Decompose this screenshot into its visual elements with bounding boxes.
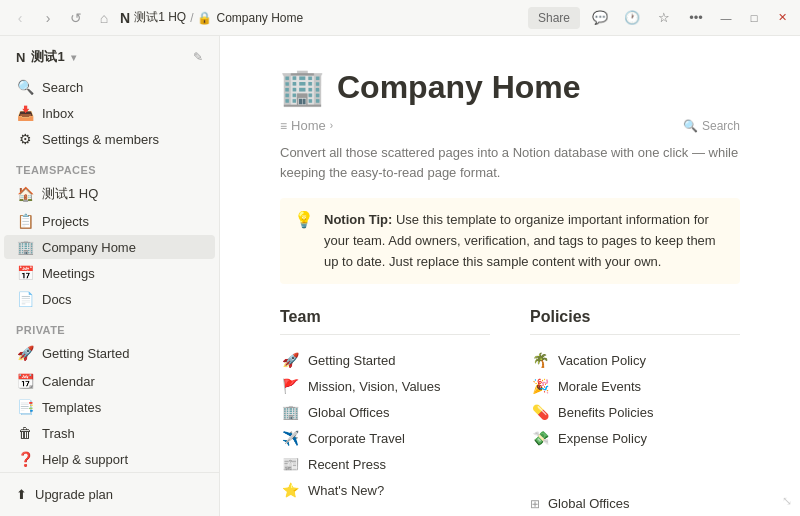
team-item-whats-new[interactable]: ⭐ What's New? [280, 477, 490, 503]
global-offices-emoji: 🏢 [280, 404, 300, 420]
benefits-emoji: 💊 [530, 404, 550, 420]
teamspaces-section-label: Teamspaces [0, 152, 219, 180]
nav-back-button[interactable]: ‹ [8, 6, 32, 30]
sidebar-item-help-label: Help & support [42, 452, 128, 467]
morale-emoji: 🎉 [530, 378, 550, 394]
sidebar-item-company-home[interactable]: 🏢 Company Home [4, 235, 215, 259]
breadcrumb-caret: › [330, 120, 333, 131]
upgrade-plan-button[interactable]: ⬆ Upgrade plan [8, 481, 211, 508]
titlebar-left: ‹ › ↺ ⌂ N 测试1 HQ / 🔒 Company Home [8, 6, 528, 30]
meetings-icon: 📅 [16, 265, 34, 281]
sidebar-item-docs[interactable]: 📄 Docs [4, 287, 215, 311]
page-title-row: 🏢 Company Home [280, 66, 740, 108]
breadcrumb-sep: / [190, 11, 193, 25]
sidebar-item-inbox[interactable]: 📥 Inbox [4, 101, 215, 125]
main-content: 🏢 Company Home ≡ Home › 🔍 Search Convert… [220, 36, 800, 516]
team-item-global-offices[interactable]: 🏢 Global Offices [280, 399, 490, 425]
page-breadcrumb-bar: ≡ Home › 🔍 Search [280, 116, 740, 135]
team-item-corporate-travel[interactable]: ✈️ Corporate Travel [280, 425, 490, 451]
workspace-icon: N [16, 50, 25, 65]
nav-reload-button[interactable]: ↺ [64, 6, 88, 30]
history-icon[interactable]: 🕐 [620, 6, 644, 30]
nav-forward-button[interactable]: › [36, 6, 60, 30]
minimize-button[interactable]: — [716, 8, 736, 28]
whats-new-link: What's New? [308, 483, 384, 498]
sidebar-item-workspace[interactable]: 🏠 测试1 HQ [4, 181, 215, 207]
policies-section-title: Policies [530, 308, 740, 335]
global-offices-bottom-label: Global Offices [548, 496, 629, 511]
trash-icon: 🗑 [16, 425, 34, 441]
sidebar-item-trash[interactable]: 🗑 Trash [4, 421, 215, 445]
breadcrumb: N 测试1 HQ / 🔒 Company Home [120, 9, 303, 26]
getting-started-link: Getting Started [308, 353, 395, 368]
sidebar-item-settings[interactable]: ⚙ Settings & members [4, 127, 215, 151]
sidebar-item-templates[interactable]: 📑 Templates [4, 395, 215, 419]
help-icon: ❓ [16, 451, 34, 467]
resize-handle[interactable]: ⤡ [782, 494, 792, 508]
sidebar-item-inbox-label: Inbox [42, 106, 74, 121]
sidebar-item-help[interactable]: ❓ Help & support [4, 447, 215, 471]
workspace-chevron-icon: ▾ [71, 52, 76, 63]
sidebar-item-search-label: Search [42, 80, 83, 95]
more-button[interactable]: ••• [684, 6, 708, 30]
sidebar-item-workspace-label: 测试1 HQ [42, 185, 98, 203]
workspace-name: N 测试1 ▾ [16, 48, 76, 66]
close-button[interactable]: ✕ [772, 8, 792, 28]
team-item-getting-started[interactable]: 🚀 Getting Started [280, 347, 490, 373]
sidebar-item-search[interactable]: 🔍 Search [4, 75, 215, 99]
sidebar-item-projects[interactable]: 📋 Projects [4, 209, 215, 233]
policies-column: Policies 🌴 Vacation Policy 🎉 Morale Even… [530, 308, 740, 516]
team-item-recent-press[interactable]: 📰 Recent Press [280, 451, 490, 477]
calendar-icon: 📆 [16, 373, 34, 389]
team-column: Team 🚀 Getting Started 🚩 Mission, Vision… [280, 308, 490, 516]
policies-item-expense[interactable]: 💸 Expense Policy [530, 425, 740, 451]
vacation-link: Vacation Policy [558, 353, 646, 368]
tip-bold-label: Notion Tip: [324, 212, 392, 227]
global-offices-bottom[interactable]: ⊞ Global Offices [530, 491, 740, 516]
expense-emoji: 💸 [530, 430, 550, 446]
policies-item-morale[interactable]: 🎉 Morale Events [530, 373, 740, 399]
titlebar-right: Share 💬 🕐 ☆ ••• — □ ✕ [528, 6, 792, 30]
team-section-title: Team [280, 308, 490, 335]
sidebar-item-meetings-label: Meetings [42, 266, 95, 281]
whats-new-emoji: ⭐ [280, 482, 300, 498]
sidebar: N 测试1 ▾ ✎ 🔍 Search 📥 Inbox ⚙ Settings & … [0, 36, 220, 516]
new-page-icon[interactable]: ✎ [193, 50, 203, 64]
corporate-travel-emoji: ✈️ [280, 430, 300, 446]
page-title: Company Home [337, 69, 581, 106]
nav-home-button[interactable]: ⌂ [92, 6, 116, 30]
private-section-label: Private [0, 312, 219, 340]
corporate-travel-link: Corporate Travel [308, 431, 405, 446]
share-button[interactable]: Share [528, 7, 580, 29]
comment-icon[interactable]: 💬 [588, 6, 612, 30]
breadcrumb-home-link[interactable]: Home [291, 118, 326, 133]
policies-item-benefits[interactable]: 💊 Benefits Policies [530, 399, 740, 425]
sidebar-item-meetings[interactable]: 📅 Meetings [4, 261, 215, 285]
upgrade-label: Upgrade plan [35, 487, 113, 502]
templates-icon: 📑 [16, 399, 34, 415]
docs-icon: 📄 [16, 291, 34, 307]
sidebar-item-calendar[interactable]: 📆 Calendar [4, 369, 215, 393]
page-content: 🏢 Company Home ≡ Home › 🔍 Search Convert… [220, 36, 800, 516]
breadcrumb-bar-icon: ≡ [280, 119, 287, 133]
page-emoji: 🏢 [280, 66, 325, 108]
page-search-button[interactable]: 🔍 Search [683, 119, 740, 133]
policies-item-vacation[interactable]: 🌴 Vacation Policy [530, 347, 740, 373]
projects-icon: 📋 [16, 213, 34, 229]
titlebar: ‹ › ↺ ⌂ N 测试1 HQ / 🔒 Company Home Share … [0, 0, 800, 36]
search-icon-small: 🔍 [683, 119, 698, 133]
global-offices-bottom-section: ⊞ Global Offices [530, 491, 740, 516]
workspace-home-icon: 🏠 [16, 186, 34, 202]
global-offices-link: Global Offices [308, 405, 389, 420]
morale-link: Morale Events [558, 379, 641, 394]
team-item-mission[interactable]: 🚩 Mission, Vision, Values [280, 373, 490, 399]
tip-text: Notion Tip: Use this template to organiz… [324, 210, 726, 272]
maximize-button[interactable]: □ [744, 8, 764, 28]
company-home-icon: 🏢 [16, 239, 34, 255]
workspace-selector[interactable]: N 测试1 ▾ ✎ [8, 44, 211, 70]
upgrade-icon: ⬆ [16, 487, 27, 502]
mission-link: Mission, Vision, Values [308, 379, 440, 394]
favorite-icon[interactable]: ☆ [652, 6, 676, 30]
recent-press-emoji: 📰 [280, 456, 300, 472]
sidebar-item-getting-started[interactable]: 🚀 Getting Started [4, 341, 215, 365]
